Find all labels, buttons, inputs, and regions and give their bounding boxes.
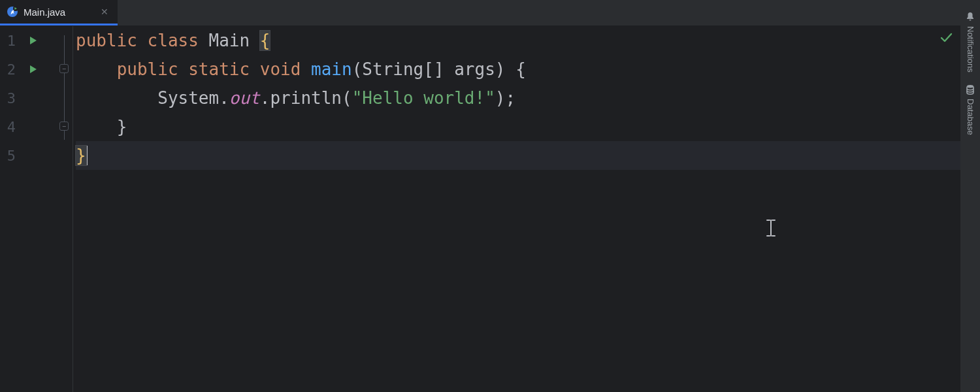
tab-label: Main.java: [24, 7, 65, 18]
text-caret: [86, 146, 88, 165]
code-line[interactable]: }: [76, 141, 960, 170]
code-line[interactable]: public static void main(String[] args) {: [76, 55, 960, 84]
close-icon[interactable]: ✕: [101, 7, 108, 17]
line-number: 4: [0, 119, 22, 135]
run-line-icon[interactable]: [26, 63, 39, 76]
gutter: 1 2 3 4 5 − −: [0, 26, 73, 392]
code-line[interactable]: public class Main {: [76, 26, 960, 55]
fold-toggle-icon[interactable]: −: [59, 64, 69, 73]
brace-open: {: [260, 31, 270, 50]
editor-tabbar: Main.java ✕: [0, 0, 980, 26]
run-line-icon[interactable]: [26, 34, 39, 47]
code-area[interactable]: public class Main { public static void m…: [76, 26, 960, 392]
line-number: 5: [0, 148, 22, 164]
database-icon: [965, 84, 975, 95]
line-number: 3: [0, 90, 22, 106]
java-class-run-icon: [7, 6, 18, 18]
brace-close: }: [76, 146, 86, 165]
database-label: Database: [966, 99, 975, 135]
svg-point-5: [967, 85, 973, 88]
code-line[interactable]: System.out.println("Hello world!");: [76, 84, 960, 112]
fold-toggle-icon[interactable]: −: [59, 122, 69, 131]
line-number: 1: [0, 33, 22, 49]
notifications-label: Notifications: [966, 26, 975, 73]
code-line[interactable]: }: [76, 112, 960, 141]
bell-icon: [965, 12, 975, 22]
fold-strip: − −: [59, 26, 69, 392]
right-tool-strip: Notifications Database: [960, 0, 980, 392]
tab-main-java[interactable]: Main.java ✕: [0, 0, 118, 25]
line-number: 2: [0, 61, 22, 78]
database-tool[interactable]: Database: [965, 84, 975, 135]
editor[interactable]: 1 2 3 4 5 − − public class Main {: [0, 26, 960, 392]
notifications-tool[interactable]: Notifications: [965, 12, 975, 73]
